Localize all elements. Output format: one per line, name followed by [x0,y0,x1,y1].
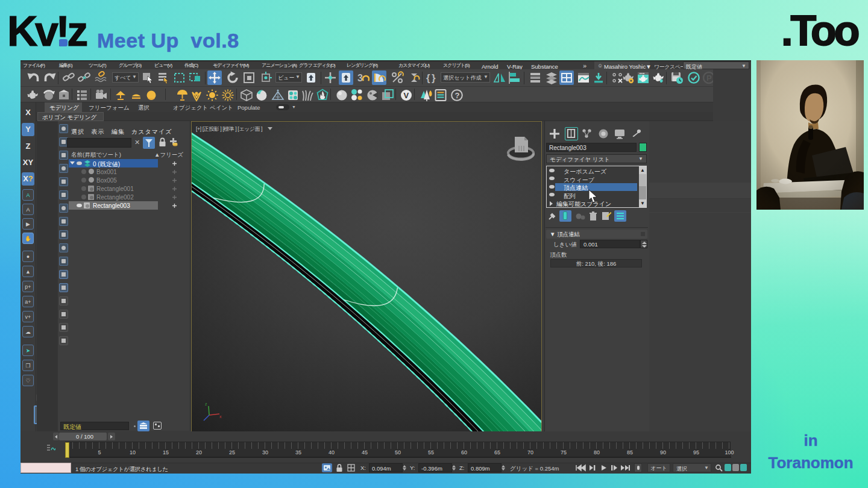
svg-text:V: V [404,91,409,100]
svg-text:{: { [426,72,430,84]
svg-text:3: 3 [357,73,363,83]
svg-text:x: x [219,414,222,419]
svg-text:P: P [706,74,712,83]
svg-text:}: } [432,72,436,84]
svg-text:z: z [205,402,207,406]
svg-text:?: ? [455,91,460,100]
